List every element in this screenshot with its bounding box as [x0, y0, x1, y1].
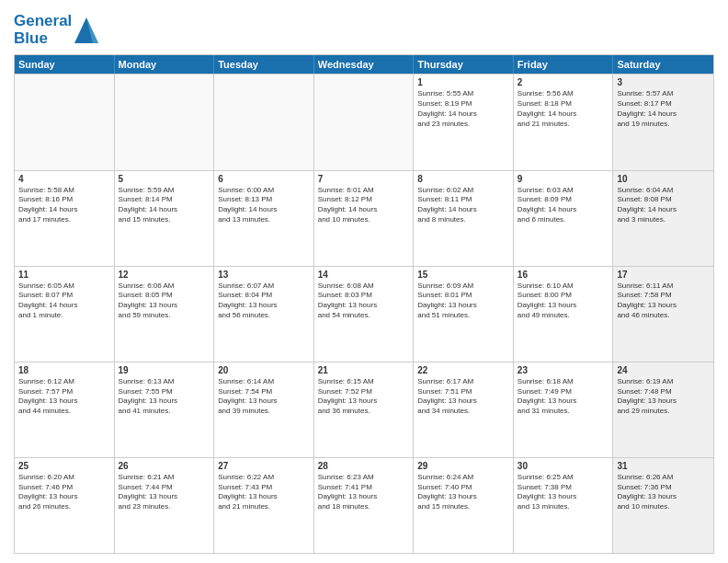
calendar-cell: 18Sunrise: 6:12 AM Sunset: 7:57 PM Dayli…: [15, 362, 115, 457]
day-number: 2: [518, 77, 609, 87]
cell-info: Sunrise: 6:08 AM Sunset: 8:03 PM Dayligh…: [318, 282, 410, 321]
day-number: 4: [18, 174, 110, 184]
cell-info: Sunrise: 6:02 AM Sunset: 8:11 PM Dayligh…: [417, 186, 509, 225]
calendar-cell: 2Sunrise: 5:56 AM Sunset: 8:18 PM Daylig…: [514, 75, 614, 169]
day-number: 17: [617, 270, 710, 280]
day-number: 23: [518, 365, 609, 375]
calendar-cell: 30Sunrise: 6:25 AM Sunset: 7:38 PM Dayli…: [514, 458, 614, 553]
cell-info: Sunrise: 6:10 AM Sunset: 8:00 PM Dayligh…: [518, 282, 609, 321]
calendar-cell: 23Sunrise: 6:18 AM Sunset: 7:49 PM Dayli…: [514, 362, 614, 457]
calendar-cell: 3Sunrise: 5:57 AM Sunset: 8:17 PM Daylig…: [613, 75, 713, 169]
cell-info: Sunrise: 6:11 AM Sunset: 7:58 PM Dayligh…: [617, 282, 710, 321]
cell-info: Sunrise: 6:17 AM Sunset: 7:51 PM Dayligh…: [417, 377, 509, 417]
calendar-cell: 26Sunrise: 6:21 AM Sunset: 7:44 PM Dayli…: [115, 458, 215, 553]
cell-info: Sunrise: 5:55 AM Sunset: 8:19 PM Dayligh…: [417, 89, 509, 129]
calendar-cell: 19Sunrise: 6:13 AM Sunset: 7:55 PM Dayli…: [115, 362, 215, 457]
cell-info: Sunrise: 6:18 AM Sunset: 7:49 PM Dayligh…: [518, 377, 609, 417]
day-header-monday: Monday: [115, 55, 215, 74]
day-header-tuesday: Tuesday: [214, 55, 314, 74]
day-header-friday: Friday: [514, 55, 614, 74]
logo-blue: Blue: [14, 30, 72, 48]
day-number: 19: [119, 365, 210, 375]
day-number: 14: [318, 270, 410, 280]
day-header-sunday: Sunday: [15, 55, 115, 74]
day-number: 20: [218, 365, 310, 375]
day-number: 3: [617, 77, 710, 87]
page: General Blue SundayMondayTuesdayWednesda…: [0, 0, 728, 563]
cell-info: Sunrise: 6:05 AM Sunset: 8:07 PM Dayligh…: [18, 282, 110, 321]
logo-icon: [74, 16, 98, 45]
calendar-cell: 16Sunrise: 6:10 AM Sunset: 8:00 PM Dayli…: [514, 267, 614, 362]
day-header-saturday: Saturday: [613, 55, 713, 74]
cell-info: Sunrise: 6:04 AM Sunset: 8:08 PM Dayligh…: [617, 186, 710, 225]
day-number: 7: [318, 174, 410, 184]
logo: General Blue: [14, 13, 98, 47]
day-number: 31: [617, 461, 710, 471]
week-row-4: 25Sunrise: 6:20 AM Sunset: 7:46 PM Dayli…: [15, 457, 713, 553]
cell-info: Sunrise: 6:23 AM Sunset: 7:41 PM Dayligh…: [318, 473, 410, 512]
day-number: 5: [119, 174, 210, 184]
cell-info: Sunrise: 5:59 AM Sunset: 8:14 PM Dayligh…: [119, 186, 210, 225]
calendar-cell: 27Sunrise: 6:22 AM Sunset: 7:43 PM Dayli…: [214, 458, 314, 553]
day-number: 11: [18, 270, 110, 280]
day-number: 25: [18, 461, 110, 471]
cell-info: Sunrise: 6:25 AM Sunset: 7:38 PM Dayligh…: [518, 473, 609, 512]
header: General Blue: [14, 9, 714, 47]
calendar-cell: 1Sunrise: 5:55 AM Sunset: 8:19 PM Daylig…: [414, 75, 514, 169]
day-header-wednesday: Wednesday: [314, 55, 415, 74]
cell-info: Sunrise: 5:56 AM Sunset: 8:18 PM Dayligh…: [518, 89, 609, 129]
calendar-cell: 29Sunrise: 6:24 AM Sunset: 7:40 PM Dayli…: [414, 458, 514, 553]
calendar-cell: 28Sunrise: 6:23 AM Sunset: 7:41 PM Dayli…: [314, 458, 415, 553]
calendar-cell: 17Sunrise: 6:11 AM Sunset: 7:58 PM Dayli…: [613, 267, 713, 362]
calendar-cell: [115, 75, 215, 169]
day-number: 10: [617, 174, 710, 184]
calendar-cell: [314, 75, 415, 169]
day-number: 29: [417, 461, 509, 471]
calendar-cell: 15Sunrise: 6:09 AM Sunset: 8:01 PM Dayli…: [414, 267, 514, 362]
calendar-cell: 22Sunrise: 6:17 AM Sunset: 7:51 PM Dayli…: [414, 362, 514, 457]
day-number: 8: [417, 174, 509, 184]
calendar-cell: 8Sunrise: 6:02 AM Sunset: 8:11 PM Daylig…: [414, 171, 514, 266]
day-number: 18: [18, 365, 110, 375]
day-number: 26: [119, 461, 210, 471]
cell-info: Sunrise: 5:57 AM Sunset: 8:17 PM Dayligh…: [617, 89, 710, 129]
calendar: SundayMondayTuesdayWednesdayThursdayFrid…: [14, 54, 714, 554]
day-number: 1: [417, 77, 509, 87]
cell-info: Sunrise: 6:13 AM Sunset: 7:55 PM Dayligh…: [119, 377, 210, 417]
calendar-cell: 10Sunrise: 6:04 AM Sunset: 8:08 PM Dayli…: [613, 171, 713, 266]
calendar-cell: 9Sunrise: 6:03 AM Sunset: 8:09 PM Daylig…: [514, 171, 614, 266]
cell-info: Sunrise: 6:09 AM Sunset: 8:01 PM Dayligh…: [417, 282, 509, 321]
calendar-cell: 31Sunrise: 6:26 AM Sunset: 7:36 PM Dayli…: [613, 458, 713, 553]
cell-info: Sunrise: 6:01 AM Sunset: 8:12 PM Dayligh…: [318, 186, 410, 225]
cell-info: Sunrise: 6:03 AM Sunset: 8:09 PM Dayligh…: [518, 186, 609, 225]
day-header-thursday: Thursday: [414, 55, 514, 74]
calendar-cell: 21Sunrise: 6:15 AM Sunset: 7:52 PM Dayli…: [314, 362, 415, 457]
day-number: 21: [318, 365, 410, 375]
calendar-cell: 20Sunrise: 6:14 AM Sunset: 7:54 PM Dayli…: [214, 362, 314, 457]
day-number: 27: [218, 461, 310, 471]
calendar-cell: 11Sunrise: 6:05 AM Sunset: 8:07 PM Dayli…: [15, 267, 115, 362]
week-row-3: 18Sunrise: 6:12 AM Sunset: 7:57 PM Dayli…: [15, 362, 713, 457]
day-number: 15: [417, 270, 509, 280]
logo-general: General: [14, 13, 72, 30]
day-number: 12: [119, 270, 210, 280]
calendar-cell: 5Sunrise: 5:59 AM Sunset: 8:14 PM Daylig…: [115, 171, 215, 266]
calendar-cell: [214, 75, 314, 169]
calendar-cell: 12Sunrise: 6:06 AM Sunset: 8:05 PM Dayli…: [115, 267, 215, 362]
day-number: 24: [617, 365, 710, 375]
cell-info: Sunrise: 6:12 AM Sunset: 7:57 PM Dayligh…: [18, 377, 110, 417]
cell-info: Sunrise: 6:06 AM Sunset: 8:05 PM Dayligh…: [119, 282, 210, 321]
day-number: 16: [518, 270, 609, 280]
calendar-cell: [15, 75, 115, 169]
cell-info: Sunrise: 6:21 AM Sunset: 7:44 PM Dayligh…: [119, 473, 210, 512]
cell-info: Sunrise: 6:15 AM Sunset: 7:52 PM Dayligh…: [318, 377, 410, 417]
calendar-header: SundayMondayTuesdayWednesdayThursdayFrid…: [15, 55, 713, 74]
calendar-cell: 13Sunrise: 6:07 AM Sunset: 8:04 PM Dayli…: [214, 267, 314, 362]
cell-info: Sunrise: 6:26 AM Sunset: 7:36 PM Dayligh…: [617, 473, 710, 512]
cell-info: Sunrise: 5:58 AM Sunset: 8:16 PM Dayligh…: [18, 186, 110, 225]
day-number: 22: [417, 365, 509, 375]
calendar-body: 1Sunrise: 5:55 AM Sunset: 8:19 PM Daylig…: [15, 74, 713, 553]
week-row-2: 11Sunrise: 6:05 AM Sunset: 8:07 PM Dayli…: [15, 266, 713, 362]
day-number: 30: [518, 461, 609, 471]
calendar-cell: 6Sunrise: 6:00 AM Sunset: 8:13 PM Daylig…: [214, 171, 314, 266]
